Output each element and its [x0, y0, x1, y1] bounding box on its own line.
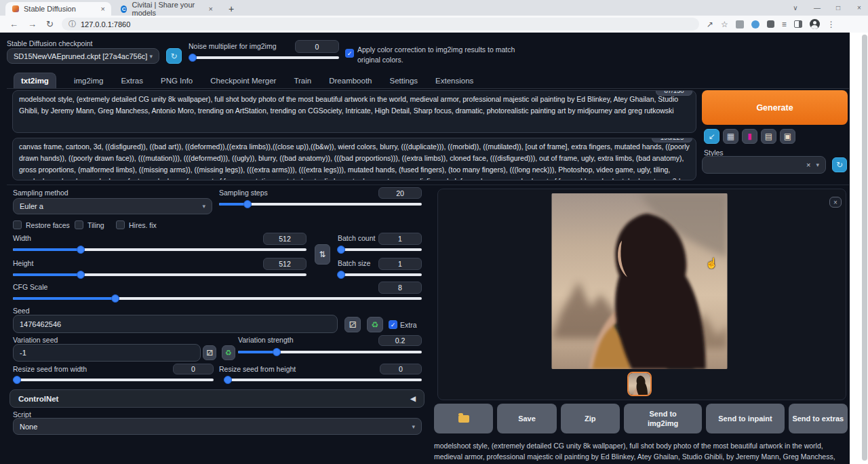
sampling-method-dropdown[interactable]: Euler a ▾ [13, 198, 212, 214]
send-to-extras-button[interactable]: Send to extras [789, 404, 848, 433]
tab-extras[interactable]: Extras [121, 73, 143, 88]
slider-knob[interactable] [337, 271, 345, 279]
new-tab-button[interactable]: + [225, 3, 237, 15]
slider-knob[interactable] [77, 246, 85, 254]
hires-fix-checkbox[interactable] [116, 220, 125, 229]
height-slider[interactable] [13, 273, 307, 276]
swap-width-height-button[interactable]: ⇅ [315, 244, 330, 265]
open-folder-button[interactable] [434, 404, 493, 433]
cfg-scale-input[interactable]: 8 [378, 282, 422, 294]
forward-icon[interactable]: → [28, 19, 37, 29]
tab-close-icon[interactable]: × [101, 5, 105, 13]
window-minimize-button[interactable]: — [807, 0, 827, 16]
extra-seed-checkbox[interactable]: ✓ [389, 320, 397, 329]
styles-dropdown[interactable]: × ▾ [702, 156, 826, 174]
resize-seed-width-input[interactable]: 0 [173, 364, 214, 374]
prompt-textarea[interactable]: modelshoot style, (extremely detailed CG… [12, 90, 696, 133]
sampling-steps-input[interactable]: 20 [378, 187, 422, 199]
back-icon[interactable]: ← [9, 19, 18, 29]
tab-img2img[interactable]: img2img [74, 73, 103, 88]
color-correction-checkbox[interactable]: ✓ [345, 49, 354, 58]
resize-seed-height-input[interactable]: 0 [380, 364, 422, 374]
generated-image[interactable] [551, 193, 728, 369]
width-input[interactable]: 512 [263, 233, 307, 245]
tab-settings[interactable]: Settings [390, 73, 418, 88]
scrollbar-thumb[interactable] [862, 35, 867, 461]
tab-txt2img[interactable]: txt2img [14, 73, 56, 88]
address-bar[interactable]: ⓘ 127.0.0.1:7860 [62, 18, 699, 31]
refresh-checkpoint-button[interactable]: ↻ [166, 48, 182, 64]
extra-networks-button[interactable]: ▮ [742, 129, 757, 144]
window-restore-button[interactable]: □ [828, 0, 848, 16]
profile-avatar[interactable] [810, 19, 820, 29]
checkpoint-dropdown[interactable]: SD15NewVAEpruned.ckpt [27a4ac756c] ▾ [7, 48, 159, 64]
height-input[interactable]: 512 [263, 258, 307, 270]
extension-blue-icon[interactable] [751, 20, 760, 28]
side-panel-icon[interactable] [794, 20, 802, 28]
clear-styles-icon[interactable]: × [806, 161, 810, 169]
batch-count-input[interactable]: 1 [378, 233, 422, 245]
variation-strength-input[interactable]: 0.2 [378, 335, 422, 346]
close-image-icon[interactable]: × [829, 197, 842, 208]
random-seed-dice-icon[interactable]: ⚂ [344, 317, 361, 332]
restore-faces-checkbox[interactable] [13, 220, 22, 229]
slider-knob[interactable] [189, 54, 197, 62]
send-to-img2img-button[interactable]: Send to img2img [624, 404, 702, 433]
extensions-puzzle-icon[interactable] [767, 20, 774, 28]
save-button[interactable]: Save [497, 404, 556, 433]
reload-icon[interactable]: ↻ [46, 19, 54, 29]
extension-grid-icon[interactable] [736, 20, 744, 28]
site-info-icon[interactable]: ⓘ [68, 19, 76, 29]
page-scrollbar[interactable] [850, 33, 868, 464]
controlnet-accordion[interactable]: ControlNet ◀ [9, 389, 425, 408]
apply-style-button[interactable]: ▤ [761, 129, 776, 144]
variation-seed-input[interactable]: -1 [13, 344, 201, 362]
browser-tab-civitai[interactable]: C Civitai | Share your models × [114, 2, 219, 16]
slider-knob[interactable] [111, 294, 119, 303]
variation-recycle-icon[interactable]: ♻ [222, 345, 235, 360]
width-slider[interactable] [13, 248, 307, 251]
batch-size-slider[interactable] [338, 273, 422, 276]
slider-knob[interactable] [77, 271, 85, 279]
tab-close-icon[interactable]: × [209, 5, 213, 13]
noise-multiplier-input[interactable]: 0 [295, 40, 339, 53]
sampling-steps-slider[interactable] [219, 203, 422, 206]
paste-params-button[interactable]: ↙ [704, 129, 719, 144]
tiling-checkbox[interactable] [75, 220, 83, 229]
browser-tab-stable-diffusion[interactable]: Stable Diffusion × [5, 2, 111, 16]
share-icon[interactable]: ↗ [707, 20, 713, 29]
tab-checkpoint-merger[interactable]: Checkpoint Merger [210, 73, 276, 88]
save-style-button[interactable]: ▣ [780, 129, 795, 144]
window-chevron-icon[interactable]: ∨ [785, 0, 806, 16]
slider-knob[interactable] [337, 246, 345, 254]
tab-train[interactable]: Train [294, 73, 311, 88]
window-close-button[interactable]: × [849, 0, 868, 16]
batch-count-slider[interactable] [338, 248, 422, 251]
resize-seed-width-slider[interactable] [13, 379, 214, 381]
bookmark-star-icon[interactable]: ☆ [721, 20, 728, 29]
tab-png-info[interactable]: PNG Info [161, 73, 193, 88]
slider-knob[interactable] [273, 348, 281, 356]
gallery-thumbnail[interactable] [627, 372, 652, 396]
variation-strength-slider[interactable] [238, 351, 422, 353]
refresh-styles-button[interactable]: ↻ [832, 157, 847, 172]
reading-list-icon[interactable]: ≡ [782, 20, 787, 29]
generate-button[interactable]: Generate [702, 90, 848, 125]
script-dropdown[interactable]: None ▾ [13, 418, 422, 435]
menu-dots-icon[interactable]: ⋮ [827, 20, 835, 29]
negative-prompt-textarea[interactable]: canvas frame, cartoon, 3d, ((disfigured)… [12, 138, 696, 180]
slider-knob[interactable] [243, 200, 252, 208]
reuse-seed-recycle-icon[interactable]: ♻ [367, 317, 383, 332]
tab-dreambooth[interactable]: Dreambooth [329, 73, 372, 88]
tab-extensions[interactable]: Extensions [435, 73, 473, 88]
seed-input[interactable]: 1476462546 [13, 315, 338, 333]
zip-button[interactable]: Zip [561, 404, 620, 433]
batch-size-input[interactable]: 1 [378, 258, 422, 270]
resize-seed-height-slider[interactable] [224, 379, 422, 381]
variation-dice-icon[interactable]: ⚂ [203, 345, 216, 360]
cfg-scale-slider[interactable] [13, 297, 422, 300]
noise-multiplier-slider[interactable] [190, 56, 339, 59]
slider-knob[interactable] [224, 376, 232, 384]
slider-knob[interactable] [13, 376, 21, 384]
trash-icon[interactable]: ▦ [723, 129, 738, 144]
